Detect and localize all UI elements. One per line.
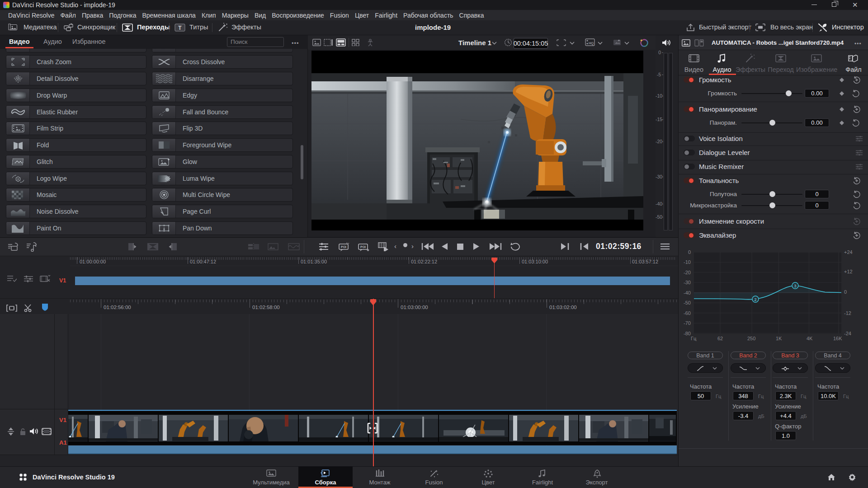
svg-text:2: 2	[754, 297, 756, 302]
svg-text:3: 3	[794, 284, 796, 288]
svg-text:POI: POI	[360, 245, 366, 249]
svg-text:T: T	[178, 25, 182, 31]
svg-text:POI: POI	[341, 245, 346, 249]
svg-text:HQ: HQ	[589, 41, 594, 45]
